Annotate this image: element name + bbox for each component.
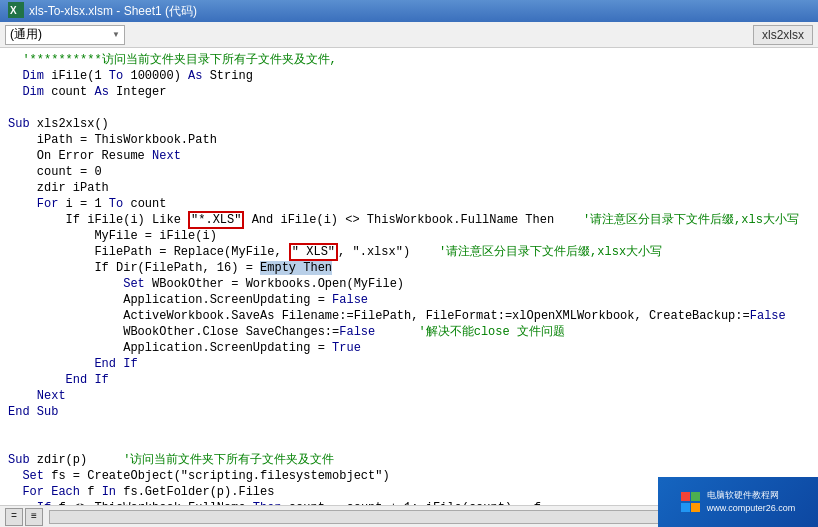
procedure-dropdown[interactable]: (通用) ▼	[5, 25, 125, 45]
code-line: Application.ScreenUpdating = False	[8, 292, 810, 308]
code-line: WBookOther.Close SaveChanges:=False '解决不…	[8, 324, 810, 340]
code-line: Sub zdir(p) '访问当前文件夹下所有子文件夹及文件	[8, 452, 810, 468]
code-line: For i = 1 To count	[8, 196, 810, 212]
code-line: iPath = ThisWorkbook.Path	[8, 132, 810, 148]
code-line: Dim count As Integer	[8, 84, 810, 100]
watermark: 电脑软硬件教程网 www.computer26.com	[658, 477, 818, 527]
code-line: '**********访问当前文件夹目录下所有子文件夹及文件,	[8, 52, 810, 68]
toolbar: (通用) ▼ xls2xlsx	[0, 22, 818, 48]
code-line: ActiveWorkbook.SaveAs Filename:=FilePath…	[8, 308, 810, 324]
code-line: zdir iPath	[8, 180, 810, 196]
windows-logo	[681, 492, 701, 512]
code-line: End If	[8, 372, 810, 388]
status-icons: = ≡	[5, 508, 43, 526]
code-line: End If	[8, 356, 810, 372]
code-line: MyFile = iFile(i)	[8, 228, 810, 244]
code-line	[8, 100, 810, 116]
code-line: Dim iFile(1 To 100000) As String	[8, 68, 810, 84]
svg-text:X: X	[10, 5, 17, 16]
code-line: Next	[8, 388, 810, 404]
dropdown-arrow-icon: ▼	[112, 30, 120, 39]
code-line: On Error Resume Next	[8, 148, 810, 164]
list-icon[interactable]: ≡	[25, 508, 43, 526]
code-line: count = 0	[8, 164, 810, 180]
code-editor: '**********访问当前文件夹目录下所有子文件夹及文件, Dim iFil…	[0, 48, 818, 505]
watermark-line1: 电脑软硬件教程网	[707, 489, 796, 502]
code-line: If iFile(i) Like "*.XLS" And iFile(i) <>…	[8, 212, 810, 228]
code-line: Application.ScreenUpdating = True	[8, 340, 810, 356]
equals-icon[interactable]: =	[5, 508, 23, 526]
code-line: If Dir(FilePath, 16) = Empty Then	[8, 260, 810, 276]
code-line	[8, 436, 810, 452]
code-line: FilePath = Replace(MyFile, " XLS", ".xls…	[8, 244, 810, 260]
title-text: xls-To-xlsx.xlsm - Sheet1 (代码)	[29, 3, 197, 20]
title-bar-icon: X	[8, 2, 24, 21]
code-content[interactable]: '**********访问当前文件夹目录下所有子文件夹及文件, Dim iFil…	[0, 48, 818, 505]
watermark-text: 电脑软硬件教程网 www.computer26.com	[707, 489, 796, 515]
code-line	[8, 420, 810, 436]
title-bar: X xls-To-xlsx.xlsm - Sheet1 (代码)	[0, 0, 818, 22]
procedure-name: xls2xlsx	[753, 25, 813, 45]
code-line: Sub xls2xlsx()	[8, 116, 810, 132]
code-line: Set WBookOther = Workbooks.Open(MyFile)	[8, 276, 810, 292]
dropdown-label: (通用)	[10, 26, 42, 43]
code-line: End Sub	[8, 404, 810, 420]
watermark-line2: www.computer26.com	[707, 502, 796, 515]
